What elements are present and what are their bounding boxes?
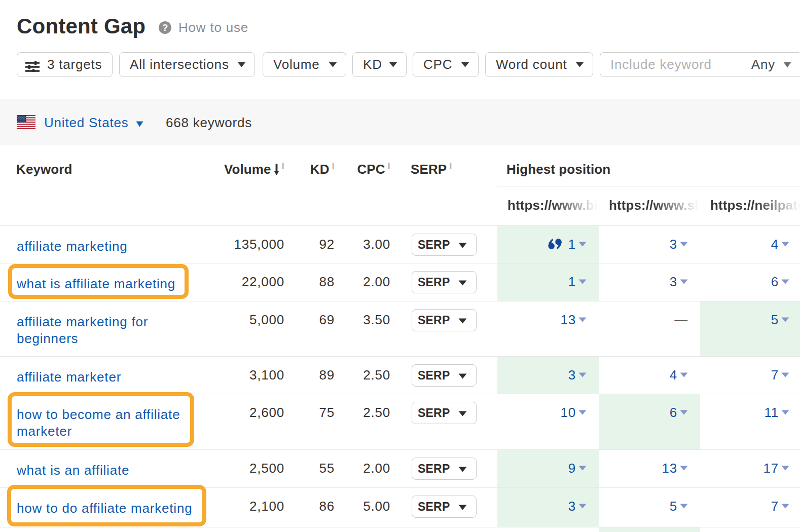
volume-value: 3,100 bbox=[213, 357, 284, 394]
chevron-down-icon bbox=[458, 318, 467, 324]
table-row bbox=[0, 527, 800, 532]
cpc-value bbox=[335, 527, 390, 532]
position-caret-icon bbox=[578, 410, 587, 415]
serp-dropdown-button[interactable]: SERP bbox=[412, 234, 477, 256]
chevron-down-icon bbox=[575, 62, 584, 67]
position-cell[interactable]: 1 bbox=[497, 226, 599, 263]
keyword-link[interactable]: affiliate marketer bbox=[0, 357, 213, 394]
position-cell: — bbox=[599, 301, 700, 356]
content-gap-page: Content Gap ? How to use 3 targets All i… bbox=[0, 0, 800, 532]
chevron-down-icon bbox=[461, 62, 469, 67]
target-url-header: https://www.bi bbox=[497, 197, 599, 214]
position-cell[interactable]: 17 bbox=[700, 450, 800, 487]
chevron-down-icon bbox=[458, 467, 467, 472]
country-selector[interactable]: United States bbox=[44, 116, 129, 130]
sliders-icon bbox=[25, 60, 40, 72]
position-cell[interactable]: 3 bbox=[497, 488, 599, 527]
position-caret-icon bbox=[781, 317, 789, 322]
kd-value: 55 bbox=[284, 450, 335, 487]
info-icon[interactable]: i bbox=[282, 161, 284, 171]
position-caret-icon bbox=[680, 372, 688, 377]
table-header: Keyword Volume i KD i CPC i SERP i bbox=[0, 145, 800, 226]
info-icon[interactable]: i bbox=[449, 161, 452, 171]
keyword-count: 668 keywords bbox=[166, 116, 252, 130]
info-icon[interactable]: i bbox=[332, 161, 335, 171]
position-cell bbox=[497, 527, 599, 532]
position-cell[interactable]: 5 bbox=[599, 488, 700, 527]
keyword-link[interactable]: what is an affiliate bbox=[0, 450, 213, 487]
help-question-icon[interactable]: ? bbox=[159, 21, 171, 34]
cpc-value: 2.00 bbox=[335, 450, 390, 487]
position-cell[interactable]: 4 bbox=[700, 226, 800, 263]
serp-cell: SERP bbox=[390, 450, 477, 487]
position-cell[interactable]: 6 bbox=[599, 394, 700, 449]
position-cell[interactable]: 1 bbox=[497, 263, 599, 301]
position-cell[interactable]: 3 bbox=[497, 357, 599, 394]
position-caret-icon bbox=[578, 466, 587, 471]
keyword-link[interactable]: how to do affiliate marketing bbox=[0, 488, 213, 527]
keyword-link[interactable]: how to become an affiliate marketer bbox=[0, 394, 213, 449]
position-cell[interactable]: 9 bbox=[497, 450, 599, 487]
chevron-down-icon bbox=[237, 62, 246, 67]
position-caret-icon bbox=[578, 372, 587, 377]
targets-label: 3 targets bbox=[47, 57, 102, 72]
quote-icon bbox=[548, 239, 562, 249]
info-icon[interactable]: i bbox=[388, 161, 390, 171]
volume-value: 135,000 bbox=[213, 226, 284, 263]
serp-dropdown-button[interactable]: SERP bbox=[412, 271, 477, 293]
cpc-value: 5.00 bbox=[335, 488, 390, 527]
match-mode-dropdown[interactable]: Any bbox=[751, 57, 791, 72]
table-row: what is affiliate marketing22,000882.00S… bbox=[0, 263, 800, 301]
position-caret-icon bbox=[578, 242, 587, 247]
position-cell bbox=[700, 527, 800, 532]
cpc-filter-dropdown[interactable]: CPC bbox=[413, 52, 479, 77]
position-cell[interactable]: 13 bbox=[599, 450, 700, 487]
serp-cell bbox=[390, 527, 477, 532]
intersections-dropdown[interactable]: All intersections bbox=[119, 52, 255, 77]
position-cell[interactable]: 11 bbox=[700, 394, 800, 449]
include-keyword-input[interactable]: Include keyword Any bbox=[600, 52, 800, 77]
position-cell[interactable]: 6 bbox=[700, 263, 800, 301]
cpc-value: 2.00 bbox=[335, 263, 390, 301]
serp-cell: SERP bbox=[390, 488, 477, 527]
column-header-serp[interactable]: SERP i bbox=[390, 161, 477, 178]
targets-button[interactable]: 3 targets bbox=[17, 52, 113, 77]
column-header-kd[interactable]: KD i bbox=[284, 161, 335, 178]
chevron-down-icon bbox=[136, 121, 143, 127]
us-flag-icon bbox=[17, 115, 35, 129]
position-cell[interactable]: 7 bbox=[700, 357, 800, 394]
column-header-cpc[interactable]: CPC i bbox=[335, 161, 390, 178]
volume-value: 2,600 bbox=[213, 394, 284, 449]
word-count-filter-dropdown[interactable]: Word count bbox=[485, 52, 593, 77]
position-cell[interactable]: 10 bbox=[497, 394, 599, 449]
keyword-link[interactable]: affiliate marketing for beginners bbox=[0, 301, 213, 356]
volume-filter-dropdown[interactable]: Volume bbox=[263, 52, 346, 77]
kd-value bbox=[284, 527, 335, 532]
chevron-down-icon bbox=[458, 505, 467, 510]
serp-dropdown-button[interactable]: SERP bbox=[412, 402, 477, 424]
position-cell[interactable]: 13 bbox=[497, 301, 599, 356]
position-cell[interactable]: 4 bbox=[599, 357, 700, 394]
kd-filter-dropdown[interactable]: KD bbox=[352, 52, 407, 77]
position-caret-icon bbox=[680, 279, 688, 284]
serp-cell: SERP bbox=[390, 263, 477, 301]
serp-dropdown-button[interactable]: SERP bbox=[412, 364, 477, 387]
serp-cell: SERP bbox=[390, 301, 477, 356]
serp-dropdown-button[interactable]: SERP bbox=[412, 496, 477, 518]
target-url-header: https://www.sh bbox=[599, 197, 700, 214]
column-header-volume[interactable]: Volume i bbox=[213, 161, 284, 178]
how-to-use-link[interactable]: How to use bbox=[178, 21, 248, 34]
column-group-highest-position: Highest position bbox=[497, 161, 599, 178]
include-keyword-placeholder: Include keyword bbox=[610, 57, 712, 72]
keyword-link[interactable]: affiliate marketing bbox=[0, 226, 213, 263]
keyword-link[interactable]: what is affiliate marketing bbox=[0, 263, 213, 301]
keyword-link[interactable] bbox=[0, 527, 213, 532]
position-cell[interactable]: 5 bbox=[700, 301, 800, 356]
position-cell[interactable]: 3 bbox=[599, 226, 700, 263]
column-header-keyword[interactable]: Keyword bbox=[0, 161, 213, 178]
position-cell[interactable]: 3 bbox=[599, 263, 700, 301]
position-cell[interactable]: 7 bbox=[700, 488, 800, 527]
serp-dropdown-button[interactable]: SERP bbox=[412, 458, 477, 480]
serp-cell: SERP bbox=[390, 226, 477, 263]
serp-dropdown-button[interactable]: SERP bbox=[412, 309, 477, 331]
